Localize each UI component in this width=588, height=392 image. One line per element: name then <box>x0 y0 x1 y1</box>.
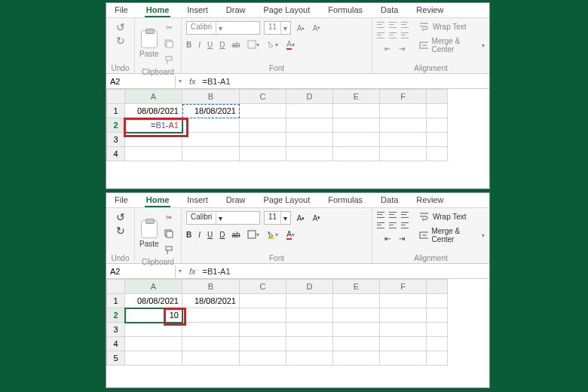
bold-button[interactable]: B <box>186 41 191 49</box>
font-size-select[interactable]: 11▾ <box>264 21 291 35</box>
cut-icon[interactable]: ✂ <box>163 21 175 33</box>
border-icon[interactable]: ▾ <box>247 228 259 240</box>
decrease-indent-icon[interactable]: ⇤ <box>381 42 394 54</box>
col-header-A[interactable]: A <box>125 280 182 294</box>
col-header-B[interactable]: B <box>182 280 240 294</box>
tab-formulas[interactable]: Formulas <box>326 195 364 207</box>
tab-data[interactable]: Data <box>379 195 400 207</box>
cell-E1[interactable] <box>333 104 380 118</box>
tab-data[interactable]: Data <box>379 5 400 17</box>
name-box[interactable]: A2 <box>106 75 176 87</box>
undo-icon[interactable]: ↺ <box>116 211 125 223</box>
tab-insert[interactable]: Insert <box>185 195 210 207</box>
cell-B2[interactable] <box>182 308 240 323</box>
col-header-blank[interactable] <box>427 90 448 104</box>
col-header-D[interactable]: D <box>286 90 333 104</box>
name-box-dropdown-icon[interactable]: ▾ <box>176 268 185 274</box>
tab-home[interactable]: Home <box>145 195 171 207</box>
border-icon[interactable]: ▾ <box>247 38 259 51</box>
col-header-F[interactable]: F <box>380 90 427 104</box>
cell-A1[interactable]: 08/08/2021 <box>125 104 182 118</box>
cell-F1[interactable] <box>380 104 427 118</box>
tab-draw[interactable]: Draw <box>225 5 247 17</box>
cell-F2[interactable] <box>380 308 427 323</box>
tab-formulas[interactable]: Formulas <box>326 5 364 17</box>
cell-G2[interactable] <box>427 308 448 323</box>
increase-indent-icon[interactable]: ⇥ <box>396 232 408 244</box>
row-header-2[interactable]: 2 <box>107 308 125 323</box>
cell-F2[interactable] <box>380 118 427 133</box>
row-header-4[interactable]: 4 <box>107 337 125 351</box>
cell-C1[interactable] <box>240 294 286 308</box>
tab-review[interactable]: Review <box>415 195 445 207</box>
strike-button[interactable]: ab <box>231 41 240 49</box>
redo-icon[interactable]: ↻ <box>116 35 125 47</box>
cell-A2[interactable]: =B1-A1 <box>125 118 182 133</box>
copy-icon[interactable] <box>163 228 175 240</box>
shrink-font-icon[interactable]: A▾ <box>311 22 323 34</box>
format-painter-icon[interactable] <box>163 244 175 256</box>
row-header-5[interactable]: 5 <box>107 351 125 366</box>
shrink-font-icon[interactable]: A▾ <box>311 212 323 224</box>
tab-file[interactable]: File <box>113 195 130 207</box>
row-header-2[interactable]: 2 <box>107 118 125 133</box>
cell-C2[interactable] <box>240 308 286 323</box>
fill-color-icon[interactable]: ▾ <box>266 38 278 51</box>
fx-icon[interactable]: fx <box>185 77 201 86</box>
font-name-select[interactable]: Calibri▾ <box>186 211 260 225</box>
cell-G2[interactable] <box>427 118 448 133</box>
font-color-icon[interactable]: A▾ <box>285 228 297 240</box>
cell-E2[interactable] <box>333 308 380 323</box>
select-all-corner[interactable] <box>107 280 125 294</box>
row-header-3[interactable]: 3 <box>107 323 125 337</box>
select-all-corner[interactable] <box>107 90 125 104</box>
italic-button[interactable]: I <box>198 41 201 49</box>
cell-C1[interactable] <box>240 104 286 118</box>
bold-button[interactable]: B <box>186 231 191 239</box>
copy-icon[interactable] <box>163 38 175 50</box>
formula-input[interactable]: =B1-A1 <box>201 77 233 86</box>
col-header-B[interactable]: B <box>182 90 240 104</box>
vertical-align-icons[interactable] <box>377 211 412 219</box>
font-size-select[interactable]: 11▾ <box>264 211 291 225</box>
undo-icon[interactable]: ↺ <box>116 21 125 33</box>
wrap-text-button[interactable]: Wrap Text <box>419 22 467 31</box>
grow-font-icon[interactable]: A▴ <box>295 212 307 224</box>
cell-E2[interactable] <box>333 118 380 133</box>
cell-A2[interactable]: 10 <box>125 308 182 323</box>
format-painter-icon[interactable] <box>163 54 175 66</box>
grow-font-icon[interactable]: A▴ <box>295 22 307 34</box>
cell-D2[interactable] <box>286 118 333 133</box>
col-header-A[interactable]: A <box>125 90 182 104</box>
strike-button[interactable]: ab <box>231 231 240 239</box>
name-box[interactable]: A2 <box>106 265 176 277</box>
italic-button[interactable]: I <box>198 231 201 239</box>
tab-file[interactable]: File <box>113 5 130 17</box>
worksheet[interactable]: A B C D E F 1 08/08/2021 18/08/2021 2 <box>106 89 489 161</box>
increase-indent-icon[interactable]: ⇥ <box>396 42 408 54</box>
wrap-text-button[interactable]: Wrap Text <box>419 212 467 221</box>
cut-icon[interactable]: ✂ <box>163 211 175 223</box>
double-underline-button[interactable]: D <box>219 41 225 49</box>
row-header-1[interactable]: 1 <box>107 294 125 308</box>
horizontal-align-icons[interactable] <box>377 222 412 229</box>
col-header-C[interactable]: C <box>240 280 286 294</box>
tab-insert[interactable]: Insert <box>185 5 210 17</box>
col-header-E[interactable]: E <box>333 90 380 104</box>
formula-input[interactable]: =B1-A1 <box>201 267 233 276</box>
tab-page-layout[interactable]: Page Layout <box>262 5 311 17</box>
double-underline-button[interactable]: D <box>219 231 225 239</box>
col-header-E[interactable]: E <box>333 280 380 294</box>
font-color-icon[interactable]: A▾ <box>285 38 297 51</box>
cell-B1[interactable]: 18/08/2021 <box>182 294 240 308</box>
col-header-blank[interactable] <box>427 280 448 294</box>
horizontal-align-icons[interactable] <box>377 32 412 39</box>
vertical-align-icons[interactable] <box>377 21 412 29</box>
cell-F1[interactable] <box>380 294 427 308</box>
redo-icon[interactable]: ↻ <box>116 225 125 237</box>
underline-button[interactable]: U <box>207 231 213 239</box>
cell-D1[interactable] <box>286 104 333 118</box>
decrease-indent-icon[interactable]: ⇤ <box>381 232 394 244</box>
name-box-dropdown-icon[interactable]: ▾ <box>176 78 185 84</box>
col-header-F[interactable]: F <box>380 280 427 294</box>
